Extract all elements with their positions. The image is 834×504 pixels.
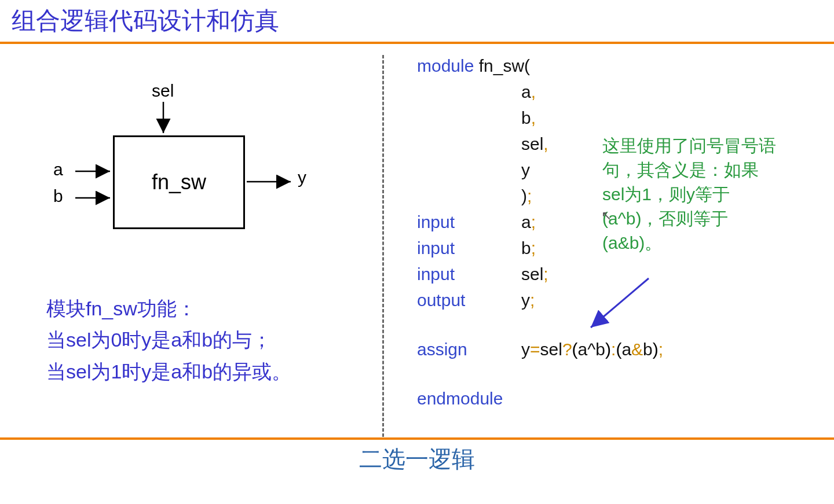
kw-input: input — [417, 235, 521, 261]
code-module-line: module fn_sw( — [417, 53, 822, 79]
decl-sel: sel — [521, 261, 543, 287]
code-port-b: b, — [417, 105, 822, 131]
expr-b1: b — [595, 336, 605, 362]
decl-a: a — [521, 209, 531, 235]
kw-input: input — [417, 261, 521, 287]
caret: ^ — [587, 336, 595, 362]
comma: , — [531, 79, 536, 105]
footer-caption: 二选一逻辑 — [0, 443, 834, 475]
code-output-y: outputy; — [417, 287, 822, 313]
desc-line-2: 当sel为0时y是a和b的与； — [46, 324, 365, 355]
qmark: ? — [562, 336, 572, 362]
code-assign-line: assign y=sel?(a^b):(a&b); — [417, 336, 822, 362]
left-panel: sel a b y fn_sw 模块fn_sw功能： 当sel为0时y是a和b的… — [0, 44, 382, 437]
port-b: b — [521, 105, 531, 131]
kw-endmodule: endmodule — [417, 385, 503, 411]
close-paren: ) — [521, 183, 527, 209]
annotation-text: 这里使用了问号冒号语句，其含义是：如果sel为1，则y等于(a^b)，否则等于(… — [602, 134, 776, 255]
page-title: 组合逻辑代码设计和仿真 — [0, 0, 834, 42]
rp2: ) — [653, 336, 659, 362]
kw-assign: assign — [417, 336, 521, 362]
description-block: 模块fn_sw功能： 当sel为0时y是a和b的与； 当sel为1时y是a和b的… — [17, 293, 365, 387]
expr-b2: b — [643, 336, 653, 362]
code-endmodule: endmodule — [417, 385, 822, 411]
spacer — [417, 362, 822, 385]
expr-a2: a — [621, 336, 631, 362]
semi: ; — [531, 235, 536, 261]
rp1: ) — [605, 336, 611, 362]
expr-sel: sel — [540, 336, 562, 362]
diagram-arrows — [17, 73, 342, 270]
decl-y: y — [521, 287, 530, 313]
lp2: ( — [616, 336, 621, 362]
block-diagram: sel a b y fn_sw — [17, 73, 342, 270]
code-panel: module fn_sw( a, b, sel, y ); inputa; in… — [382, 44, 834, 437]
port-a: a — [521, 79, 531, 105]
divider-bottom — [0, 437, 834, 440]
module-name: fn_sw( — [479, 53, 530, 79]
eq: = — [530, 336, 540, 362]
desc-line-1: 模块fn_sw功能： — [46, 293, 365, 324]
port-sel: sel — [521, 131, 543, 157]
decl-b: b — [521, 235, 531, 261]
code-input-sel: inputsel; — [417, 261, 822, 287]
main-content: sel a b y fn_sw 模块fn_sw功能： 当sel为0时y是a和b的… — [0, 44, 834, 437]
cursor-icon: ↖ — [601, 206, 612, 225]
kw-input: input — [417, 209, 521, 235]
colon: : — [611, 336, 616, 362]
lp1: ( — [572, 336, 578, 362]
kw-module: module — [417, 53, 474, 79]
amp: & — [631, 336, 643, 362]
semi: ; — [543, 261, 548, 287]
semi: ; — [531, 209, 536, 235]
semi: ; — [527, 183, 532, 209]
code-port-a: a, — [417, 79, 822, 105]
expr-a1: a — [578, 336, 588, 362]
port-y: y — [521, 157, 530, 183]
desc-line-3: 当sel为1时y是a和b的异或。 — [46, 356, 365, 387]
semi: ; — [530, 287, 535, 313]
expr-y: y — [521, 336, 530, 362]
spacer — [417, 313, 822, 336]
comma: , — [531, 105, 536, 131]
comma: , — [543, 131, 548, 157]
kw-output: output — [417, 287, 521, 313]
semi: ; — [659, 336, 663, 362]
